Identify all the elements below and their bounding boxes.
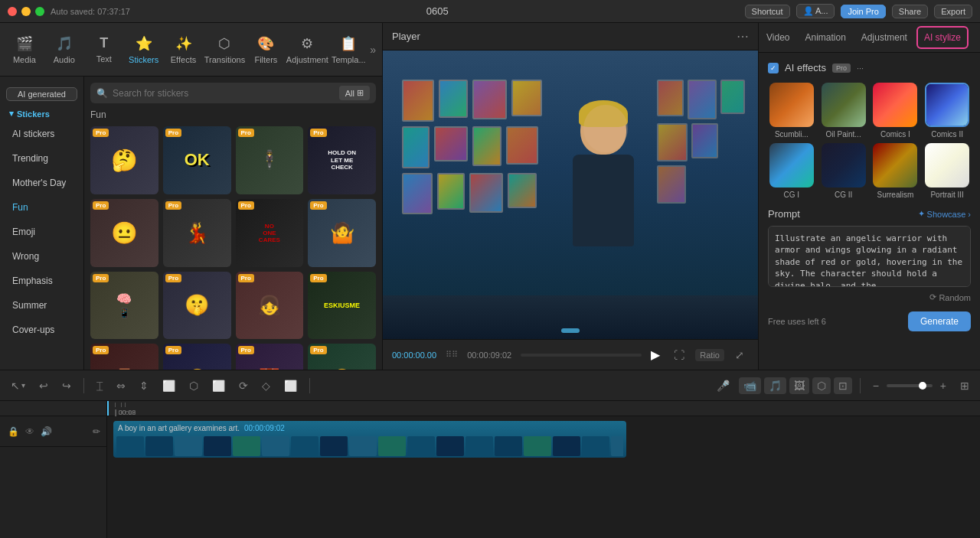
edit-track-button[interactable]: ✏	[93, 426, 100, 437]
video-clip[interactable]: A boy in an art gallery examines art. 00…	[113, 421, 626, 458]
timeline-playhead[interactable]	[107, 401, 109, 416]
tab-animation[interactable]: Animation	[797, 23, 853, 52]
sticker-item[interactable]: Pro 😅	[308, 344, 376, 370]
sidebar-item-mothers-day[interactable]: Mother's Day	[3, 171, 80, 194]
undo-button[interactable]: ↩	[34, 377, 53, 395]
sticker-item[interactable]: Pro HOLD ONLET MECHECK	[308, 126, 376, 194]
zoom-plus-button[interactable]: +	[936, 377, 951, 395]
style-item-oil-paint[interactable]: Oil Paint...	[820, 83, 867, 139]
zoom-thumb	[919, 382, 926, 390]
sticker-item[interactable]: Pro 🤫	[163, 272, 231, 340]
style-item-cg2[interactable]: CG II	[820, 143, 867, 199]
ruler-header	[0, 401, 106, 416]
tool-media[interactable]: 🎬 Media	[6, 27, 43, 73]
style-item-comics2[interactable]: Comics II	[923, 83, 971, 139]
timecode-bar[interactable]	[521, 354, 642, 357]
sticker-item[interactable]: Pro 😐	[90, 199, 158, 267]
crop-button[interactable]: ⛶	[669, 346, 689, 364]
mask-button[interactable]: ◇	[257, 377, 275, 395]
sidebar-item-cover-ups[interactable]: Cover-ups	[3, 318, 80, 341]
style-item-portrait3[interactable]: Portrait III	[923, 143, 971, 199]
sidebar-item-ai-stickers[interactable]: AI stickers	[3, 122, 80, 145]
sticker-item[interactable]: Pro 🧠 📱	[90, 272, 158, 340]
player-menu-icon[interactable]: ⋯	[737, 29, 749, 44]
maximize-button[interactable]	[35, 7, 44, 16]
showcase-button[interactable]: ✦ Showcase ›	[918, 209, 971, 219]
video-track-btn[interactable]: 📹	[739, 377, 761, 394]
random-button[interactable]: ⟳ Random	[768, 292, 971, 302]
fullscreen-button[interactable]: ⤢	[730, 346, 749, 364]
volume-icon[interactable]: 🔊	[39, 425, 54, 439]
sticker-item[interactable]: Pro 😏	[163, 344, 231, 370]
overlay-track-btn[interactable]: 🖼	[789, 377, 809, 394]
sidebar-item-fun[interactable]: Fun	[3, 196, 80, 219]
prompt-textarea[interactable]: Illustrate an angelic warrior with armor…	[768, 226, 971, 287]
mirror-v-button[interactable]: ⇕	[135, 377, 153, 395]
audio-icon-tl[interactable]: 🎤	[712, 377, 734, 395]
sticker-item[interactable]: Pro 💃	[163, 199, 231, 267]
split-button[interactable]: ⌶	[92, 377, 107, 395]
sticker-item[interactable]: Pro 🚪	[90, 344, 158, 370]
sidebar-item-emoji[interactable]: Emoji	[3, 220, 80, 243]
style-item-scumbling[interactable]: Scumbli...	[768, 83, 815, 139]
tool-adjustment[interactable]: ⚙ Adjustment	[287, 27, 327, 73]
tool-audio[interactable]: 🎵 Audio	[46, 27, 83, 73]
sticker-item[interactable]: Pro 👧	[236, 272, 304, 340]
sticker-item[interactable]: Pro 🤷	[308, 199, 376, 267]
zoom-slider[interactable]	[887, 384, 933, 387]
ratio-button[interactable]: Ratio	[695, 349, 724, 361]
sticker-item[interactable]: Pro 🤔	[90, 126, 158, 194]
sticker-item[interactable]: Pro 🕴️	[236, 126, 304, 194]
keyframe-button[interactable]: ⬡	[185, 377, 203, 395]
all-filter-button[interactable]: All ⊞	[339, 86, 370, 100]
transform-button[interactable]: ⬜	[279, 377, 302, 395]
crop-timeline-button[interactable]: ⬜	[207, 377, 230, 395]
tab-ai-stylize[interactable]: AI stylize	[916, 26, 969, 49]
filter-track-btn[interactable]: ⊡	[834, 377, 852, 394]
style-item-cg1[interactable]: CG I	[768, 143, 815, 199]
lock-icon[interactable]: 🔒	[6, 425, 21, 439]
transition-track-btn[interactable]: ⬡	[812, 377, 831, 394]
tool-effects[interactable]: ✨ Effects	[165, 27, 202, 73]
mirror-h-button[interactable]: ⇔	[112, 377, 130, 395]
sidebar-item-emphasis[interactable]: Emphasis	[3, 269, 80, 292]
join-pro-button[interactable]: Join Pro	[841, 5, 885, 18]
close-button[interactable]	[8, 7, 17, 16]
tab-adjustment[interactable]: Adjustment	[854, 23, 915, 52]
generate-button[interactable]: Generate	[908, 311, 971, 331]
sidebar-item-summer[interactable]: Summer	[3, 294, 80, 317]
tool-template[interactable]: 📋 Templa...	[330, 27, 367, 73]
ai-generated-button[interactable]: AI generated	[6, 87, 77, 101]
style-item-surrealism[interactable]: Surrealism	[872, 143, 920, 199]
sticker-item[interactable]: Pro OK	[163, 126, 231, 194]
share-button[interactable]: Share	[892, 5, 928, 18]
sticker-item[interactable]: Pro 🧱	[236, 344, 304, 370]
tool-text[interactable]: T Text	[86, 27, 122, 73]
zoom-minus-button[interactable]: −	[868, 377, 884, 395]
eye-icon[interactable]: 👁	[24, 425, 36, 439]
more-tools-icon[interactable]: »	[370, 44, 376, 56]
ai-effects-more-icon[interactable]: ···	[857, 64, 864, 73]
tool-transitions[interactable]: ⬡ Transitions	[204, 27, 244, 73]
play-button[interactable]: ▶	[651, 347, 660, 362]
export-button[interactable]: Export	[934, 5, 972, 18]
timeline-settings-button[interactable]: ⊞	[956, 377, 974, 395]
track-labels: 🔒 👁 🔊 ✏	[0, 401, 107, 538]
sticker-item[interactable]: Pro NOONECARES	[236, 199, 304, 267]
tab-video[interactable]: Video	[759, 23, 797, 52]
sidebar-item-wrong[interactable]: Wrong	[3, 245, 80, 268]
redo-button[interactable]: ↪	[57, 377, 76, 395]
select-tool-button[interactable]: ↖ ▾	[6, 377, 30, 395]
sidebar-item-trending[interactable]: Trending	[3, 147, 80, 170]
tool-stickers[interactable]: ⭐ Stickers	[126, 27, 162, 73]
ai-effects-checkbox[interactable]: ✓	[768, 63, 779, 73]
search-input[interactable]	[113, 88, 335, 99]
style-item-comics1[interactable]: Comics I	[872, 83, 920, 139]
minimize-button[interactable]	[21, 7, 31, 16]
shortcut-button[interactable]: Shortcut	[745, 5, 790, 18]
tool-filters[interactable]: 🎨 Filters	[247, 27, 284, 73]
audio-track-btn[interactable]: 🎵	[764, 377, 786, 394]
delete-button[interactable]: ⬜	[158, 377, 180, 395]
sticker-item[interactable]: Pro ESKIUSME	[308, 272, 376, 340]
rotate-button[interactable]: ⟳	[234, 377, 253, 395]
